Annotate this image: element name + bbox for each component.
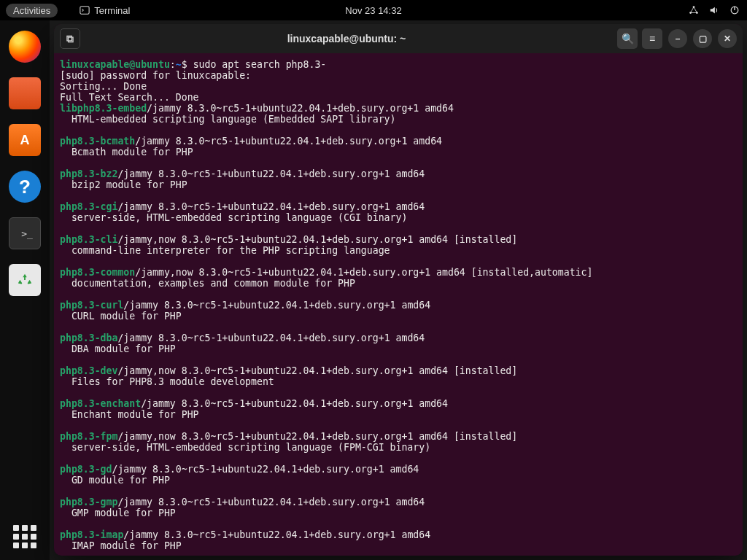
dock-firefox[interactable] xyxy=(9,31,41,63)
new-tab-button[interactable]: ⧉ xyxy=(60,28,80,49)
terminal-window: ⧉ linuxcapable@ubuntu: ~ 🔍 ≡ – ▢ ✕ linux… xyxy=(54,24,743,556)
hamburger-menu-button[interactable]: ≡ xyxy=(642,28,662,49)
close-button[interactable]: ✕ xyxy=(718,29,737,48)
ubuntu-dock: ? >_ xyxy=(0,20,50,560)
terminal-content[interactable]: linuxcapable@ubuntu:~$ sudo apt search p… xyxy=(54,53,743,556)
activities-button[interactable]: Activities xyxy=(6,4,58,18)
minimize-button[interactable]: – xyxy=(668,29,687,48)
terminal-icon xyxy=(80,5,90,15)
top-bar-app-label: Terminal xyxy=(94,5,130,16)
power-icon[interactable] xyxy=(729,5,740,15)
window-title: linuxcapable@ubuntu: ~ xyxy=(80,33,613,44)
recycle-icon xyxy=(17,272,33,288)
dock-help[interactable]: ? xyxy=(9,171,41,203)
svg-rect-0 xyxy=(80,7,89,15)
terminal-titlebar: ⧉ linuxcapable@ubuntu: ~ 🔍 ≡ – ▢ ✕ xyxy=(54,24,743,53)
clock[interactable]: Nov 23 14:32 xyxy=(345,5,401,16)
top-bar-app-menu[interactable]: Terminal xyxy=(80,5,130,16)
dock-terminal[interactable]: >_ xyxy=(9,217,41,249)
network-icon[interactable] xyxy=(689,5,699,15)
volume-icon[interactable] xyxy=(709,5,719,15)
dock-files[interactable] xyxy=(9,77,41,109)
dock-trash[interactable] xyxy=(9,264,41,296)
dock-show-applications[interactable] xyxy=(13,525,36,548)
search-button[interactable]: 🔍 xyxy=(617,28,638,49)
gnome-top-bar: Activities Terminal Nov 23 14:32 xyxy=(0,0,747,20)
maximize-button[interactable]: ▢ xyxy=(693,29,712,48)
dock-software[interactable] xyxy=(9,124,41,156)
